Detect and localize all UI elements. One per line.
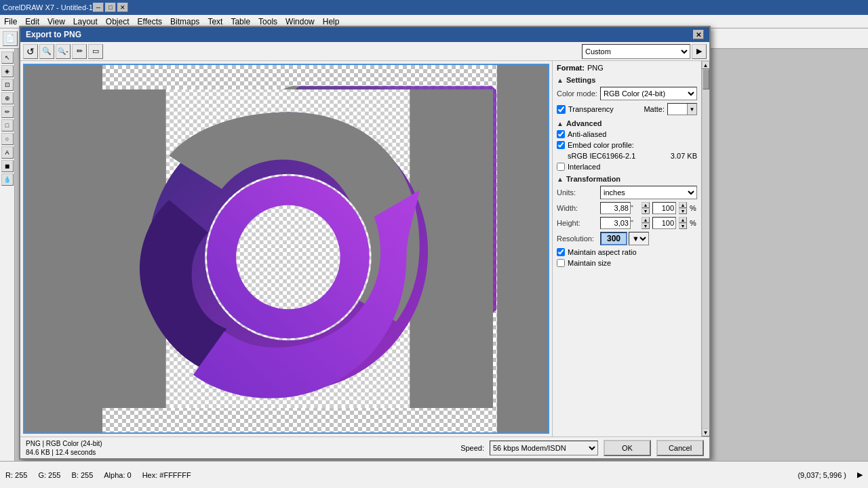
profile-name: sRGB IEC61966-2.1 <box>568 152 635 160</box>
scroll-thumb[interactable] <box>703 69 709 89</box>
advanced-section-header[interactable]: ▲ Advanced <box>557 119 697 127</box>
maintain-aspect-row: Maintain aspect ratio <box>557 248 697 256</box>
transparency-label[interactable]: Transparency <box>568 105 614 113</box>
resolution-row: Resolution: ▼ <box>557 232 697 245</box>
transparency-checkbox[interactable] <box>557 105 566 114</box>
color-mode-select[interactable]: RGB Color (24-bit) <box>600 87 697 100</box>
preset-more-button[interactable]: ▶ <box>692 44 707 59</box>
shape-tool[interactable]: ◈ <box>1 65 14 77</box>
maintain-aspect-checkbox[interactable] <box>557 248 565 256</box>
app-title-bar: CorelDRAW X7 - Untitled-1 ─ □ ✕ <box>0 0 868 15</box>
actual-logo-svg <box>79 89 493 408</box>
matte-group: Matte: ▼ <box>644 103 697 115</box>
dialog-toolbar: ↺ 🔍 🔍- ✏ ▭ Custom ▶ <box>20 42 709 61</box>
format-value: PNG <box>587 64 604 72</box>
select-area-button[interactable]: ▭ <box>88 44 103 59</box>
settings-arrow-icon: ▲ <box>557 77 564 83</box>
alpha-value: Alpha: 0 <box>104 471 131 479</box>
scroll-track[interactable] <box>703 69 709 428</box>
speed-select[interactable]: 56 kbps Modem/ISDN 128 kbps ISDN 512 kbp… <box>490 441 598 455</box>
zoom-in-button[interactable]: 🔍 <box>39 44 54 59</box>
color-g: G: 255 <box>38 471 60 479</box>
cancel-button[interactable]: Cancel <box>656 440 704 456</box>
units-row: Units: inches millimeters pixels centime… <box>557 186 697 199</box>
height-down-button[interactable]: ▼ <box>642 223 650 229</box>
width-label: Width: <box>557 204 597 212</box>
maximize-button[interactable]: □ <box>105 3 116 12</box>
interlaced-checkbox[interactable] <box>557 163 565 171</box>
height-pct-up-button[interactable]: ▲ <box>679 217 687 223</box>
dialog-close-button[interactable]: ✕ <box>693 30 704 39</box>
color-mode-label: Color mode: <box>557 89 597 98</box>
width-percent-input[interactable] <box>652 202 676 214</box>
height-input[interactable] <box>600 217 631 229</box>
close-app-button[interactable]: ✕ <box>117 3 128 12</box>
width-pct-down-button[interactable]: ▼ <box>679 208 687 214</box>
height-up-button[interactable]: ▲ <box>642 217 650 223</box>
select-tool[interactable]: ↖ <box>1 52 14 64</box>
color-b: B: 255 <box>71 471 93 479</box>
text-tool[interactable]: A <box>1 146 14 159</box>
minimize-button[interactable]: ─ <box>93 3 104 12</box>
transformation-section-header[interactable]: ▲ Transformation <box>557 175 697 183</box>
scroll-up-button[interactable]: ▲ <box>702 61 710 69</box>
advanced-arrow-icon: ▲ <box>557 120 564 127</box>
reset-view-button[interactable]: ↺ <box>23 44 38 59</box>
preset-dropdown[interactable]: Custom <box>582 44 690 59</box>
file-format-info: PNG | RGB Color (24-bit) <box>26 439 102 448</box>
rectangle-tool[interactable]: □ <box>1 119 14 131</box>
ellipse-tool[interactable]: ○ <box>1 133 14 145</box>
dialog-footer: PNG | RGB Color (24-bit) 84.6 KB | 12.4 … <box>20 436 709 458</box>
panel-scrollbar[interactable]: ▲ ▼ <box>701 61 709 436</box>
maintain-size-label[interactable]: Maintain size <box>568 259 611 267</box>
embed-profile-label[interactable]: Embed color profile: <box>568 141 634 149</box>
matte-label: Matte: <box>644 105 665 113</box>
zoom-icon[interactable]: ▶ <box>857 470 863 479</box>
height-input-group: " ▲ ▼ <box>600 217 650 229</box>
matte-color-picker[interactable]: ▼ <box>667 103 697 115</box>
settings-section-header[interactable]: ▲ Settings <box>557 76 697 84</box>
resolution-input[interactable] <box>600 232 627 245</box>
anti-aliased-checkbox[interactable] <box>557 130 565 138</box>
embed-profile-checkbox[interactable] <box>557 141 565 149</box>
units-select[interactable]: inches millimeters pixels centimeters <box>600 186 697 199</box>
fill-tool[interactable]: ◼ <box>1 160 14 172</box>
format-row: Format: PNG <box>557 64 697 72</box>
resolution-unit-select[interactable]: ▼ <box>629 232 649 245</box>
width-up-button[interactable]: ▲ <box>642 202 650 208</box>
anti-aliased-label[interactable]: Anti-aliased <box>568 130 606 138</box>
height-percent-input[interactable] <box>652 217 676 229</box>
interlaced-label[interactable]: Interlaced <box>568 163 600 171</box>
maintain-size-checkbox[interactable] <box>557 259 565 267</box>
scroll-down-button[interactable]: ▼ <box>702 428 710 436</box>
transparency-check-group: Transparency <box>557 105 614 114</box>
width-input[interactable] <box>600 202 631 214</box>
crop-tool[interactable]: ⊡ <box>1 79 14 91</box>
matte-dropdown-arrow[interactable]: ▼ <box>687 104 696 115</box>
file-info-block: PNG | RGB Color (24-bit) 84.6 KB | 12.4 … <box>26 439 102 457</box>
coordinates: (9,037; 5,996 ) <box>797 471 846 479</box>
menu-file[interactable]: File <box>0 16 21 28</box>
height-spin-buttons: ▲ ▼ <box>642 217 650 229</box>
dialog-title-bar: Export to PNG ✕ <box>20 27 709 42</box>
interlaced-row: Interlaced <box>557 163 697 171</box>
transformation-label: Transformation <box>566 175 620 183</box>
pen-button[interactable]: ✏ <box>72 44 87 59</box>
height-pct-down-button[interactable]: ▼ <box>679 223 687 229</box>
width-input-group: " ▲ ▼ <box>600 202 650 214</box>
resolution-label: Resolution: <box>557 235 597 243</box>
eyedropper-tool[interactable]: 💧 <box>1 174 14 186</box>
height-pct-spin-buttons: ▲ ▼ <box>679 217 687 229</box>
speed-label: Speed: <box>460 444 484 452</box>
ok-button[interactable]: OK <box>604 440 651 456</box>
freehand-tool[interactable]: ✏ <box>1 106 14 118</box>
maintain-aspect-label[interactable]: Maintain aspect ratio <box>568 248 637 256</box>
width-pct-up-button[interactable]: ▲ <box>679 202 687 208</box>
zoom-tool[interactable]: ⊕ <box>1 92 14 104</box>
new-button[interactable]: 📄 <box>3 31 18 46</box>
zoom-out-button[interactable]: 🔍- <box>56 44 71 59</box>
export-dialog: Export to PNG ✕ ↺ 🔍 🔍- ✏ ▭ Custom ▶ <box>19 26 711 460</box>
height-row: Height: " ▲ ▼ ▲ ▼ % <box>557 217 697 229</box>
width-down-button[interactable]: ▼ <box>642 208 650 214</box>
dialog-body: Format: PNG ▲ Settings Color mode: RGB C… <box>20 61 709 436</box>
